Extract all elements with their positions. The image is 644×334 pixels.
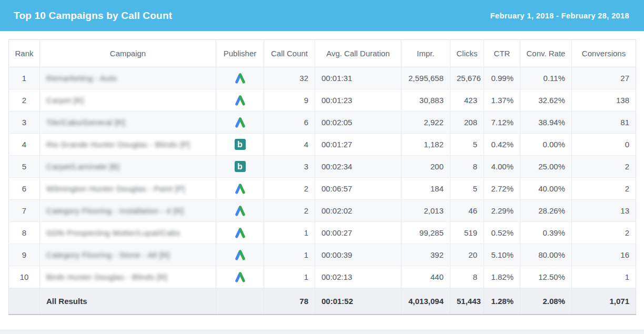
totals-conversions-cell: 1,071 [572, 288, 636, 315]
conv_rate-cell: 12.50% [520, 266, 572, 288]
conversions-cell: 27 [572, 67, 636, 89]
clicks-cell: 5 [450, 134, 484, 156]
column-header-avg_call_duration: Avg. Call Duration [315, 40, 401, 67]
avg_call_duration-cell: 00:02:34 [315, 156, 401, 178]
campaign-cell: Rio Grande Hunter Douglas - Blinds [P] [40, 134, 216, 156]
impressions-cell: 99,285 [401, 222, 450, 244]
call_count-cell: 1 [264, 244, 315, 266]
column-header-ctr: CTR [484, 40, 520, 67]
conversions-cell: 16 [572, 244, 636, 266]
campaign-cell: Category Flooring - Stone - All [R] [40, 244, 216, 266]
conversions-cell: 138 [572, 89, 636, 112]
impressions-cell: 200 [401, 156, 450, 178]
conv_rate-cell: 0.39% [520, 222, 572, 244]
ctr-cell: 7.12% [484, 112, 520, 134]
conv_rate-cell: 80.00% [520, 244, 572, 266]
clicks-cell: 20 [450, 244, 484, 266]
column-header-conv_rate: Conv. Rate [520, 40, 572, 67]
rank-cell: 9 [9, 244, 40, 266]
google-adwords-icon [234, 117, 246, 128]
conv_rate-cell: 28.26% [520, 200, 572, 222]
conv_rate-cell: 0.00% [520, 134, 572, 156]
rank-cell: 7 [9, 200, 40, 222]
clicks-cell: 25,676 [450, 67, 484, 89]
conv_rate-cell: 32.62% [520, 89, 572, 112]
call_count-cell: 2 [264, 200, 315, 222]
google-adwords-icon [234, 183, 246, 194]
call_count-cell: 1 [264, 266, 315, 288]
publisher-cell [216, 244, 264, 266]
publisher-cell: b [216, 134, 264, 156]
totals-avg_call_duration-cell: 00:01:52 [315, 288, 401, 315]
totals-ctr-cell: 1.28% [484, 288, 520, 315]
call_count-cell: 2 [264, 178, 315, 200]
impressions-cell: 1,182 [401, 134, 450, 156]
conv_rate-cell: 38.94% [520, 112, 572, 134]
column-header-call_count: Call Count [264, 40, 315, 67]
conversions-cell: 13 [572, 200, 636, 222]
google-adwords-icon [234, 227, 246, 238]
totals-call_count-cell: 78 [264, 288, 315, 315]
campaign-name-blurred: Tile/Cabs/General [R] [46, 118, 125, 127]
publisher-cell [216, 266, 264, 288]
call_count-cell: 1 [264, 222, 315, 244]
campaign-cell: Birds Hunter Douglas - Blinds [R] [40, 266, 216, 288]
campaign-cell: Category Flooring - Installation - 4 [R] [40, 200, 216, 222]
impressions-cell: 184 [401, 178, 450, 200]
conversions-cell: 2 [572, 178, 636, 200]
avg_call_duration-cell: 00:01:23 [315, 89, 401, 112]
table-row: 8GDN Prospecting Motter/Lupat/Cabs100:00… [9, 222, 636, 244]
table-row: 10Birds Hunter Douglas - Blinds [R]100:0… [9, 266, 636, 288]
clicks-cell: 423 [450, 89, 484, 112]
totals-impressions-cell: 4,013,094 [401, 288, 450, 315]
clicks-cell: 8 [450, 156, 484, 178]
avg_call_duration-cell: 00:01:27 [315, 134, 401, 156]
table-row: 2Carpet [R]900:01:2330,8834231.37%32.62%… [9, 89, 636, 112]
publisher-cell [216, 89, 264, 112]
rank-cell: 1 [9, 67, 40, 89]
bing-ads-icon: b [235, 161, 246, 172]
call_count-cell: 3 [264, 156, 315, 178]
publisher-cell [216, 222, 264, 244]
campaign-cell: Wilmington Hunter Douglas - Paint [P] [40, 178, 216, 200]
rank-cell: 2 [9, 89, 40, 112]
table-row: 5Carpet/Laminate [B]b300:02:3420084.00%2… [9, 156, 636, 178]
clicks-cell: 5 [450, 178, 484, 200]
ctr-cell: 2.72% [484, 178, 520, 200]
ctr-cell: 0.99% [484, 67, 520, 89]
report-date-range: February 1, 2018 - February 28, 2018 [490, 12, 629, 20]
totals-conv_rate-cell: 2.08% [520, 288, 572, 315]
avg_call_duration-cell: 00:00:27 [315, 222, 401, 244]
publisher-cell [216, 200, 264, 222]
report-header: Top 10 Campaigns by Call Count February … [0, 0, 644, 31]
clicks-cell: 8 [450, 266, 484, 288]
impressions-cell: 440 [401, 266, 450, 288]
table-row: 4Rio Grande Hunter Douglas - Blinds [P]b… [9, 134, 636, 156]
table-row: 7Category Flooring - Installation - 4 [R… [9, 200, 636, 222]
rank-cell: 8 [9, 222, 40, 244]
column-header-clicks: Clicks [450, 40, 484, 67]
clicks-cell: 208 [450, 112, 484, 134]
campaign-cell: GDN Prospecting Motter/Lupat/Cabs [40, 222, 216, 244]
table-row: 6Wilmington Hunter Douglas - Paint [P]20… [9, 178, 636, 200]
campaign-cell: Carpet [R] [40, 89, 216, 112]
call_count-cell: 6 [264, 112, 315, 134]
table-row: 9Category Flooring - Stone - All [R]100:… [9, 244, 636, 266]
table-row: 1Remarketing - Auto3200:01:312,595,65825… [9, 67, 636, 89]
totals-label: All Results [40, 288, 216, 315]
campaign-name-blurred: Remarketing - Auto [46, 74, 117, 83]
rank-cell: 5 [9, 156, 40, 178]
google-adwords-icon [234, 73, 246, 84]
campaign-name-blurred: Category Flooring - Installation - 4 [R] [46, 206, 184, 215]
campaign-name-blurred: Carpet/Laminate [B] [46, 162, 119, 171]
conversions-cell: 1 [572, 266, 636, 288]
conv_rate-cell: 0.11% [520, 67, 572, 89]
campaign-cell: Tile/Cabs/General [R] [40, 112, 216, 134]
report-title: Top 10 Campaigns by Call Count [14, 10, 172, 22]
table-row: 3Tile/Cabs/General [R]600:02:052,9222087… [9, 112, 636, 134]
campaign-name-blurred: Birds Hunter Douglas - Blinds [R] [46, 272, 167, 281]
table-header-row: RankCampaignPublisherCall CountAvg. Call… [9, 40, 636, 67]
google-adwords-icon [234, 271, 246, 282]
rank-cell: 3 [9, 112, 40, 134]
totals-empty-cell [9, 288, 40, 315]
